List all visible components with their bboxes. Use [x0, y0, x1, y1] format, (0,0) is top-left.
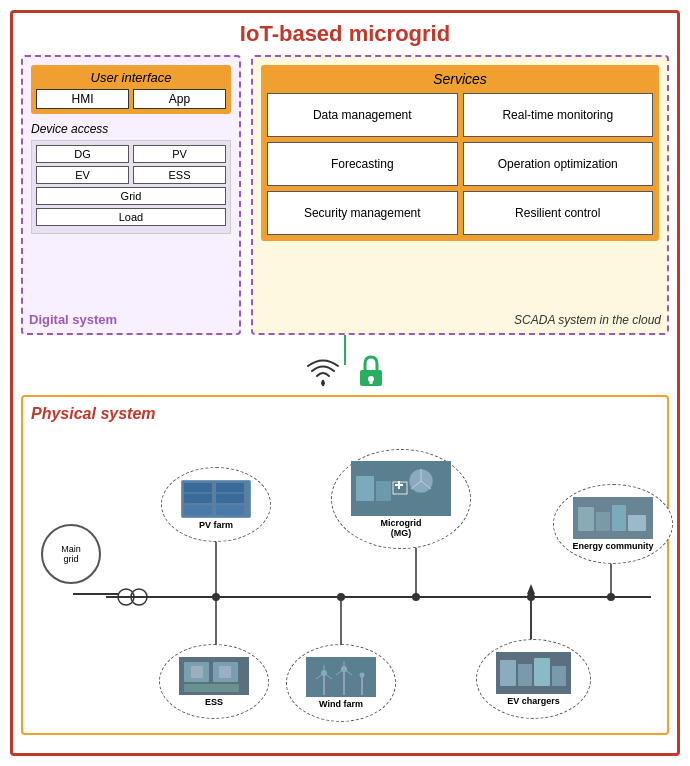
svg-point-19: [607, 593, 615, 601]
microgrid-label: Microgrid(MG): [380, 518, 421, 538]
device-grid: Grid: [36, 187, 226, 205]
user-interface-box: User interface HMI App: [31, 65, 231, 114]
scada-box: Services Data management Real-time monit…: [251, 55, 669, 335]
svg-rect-66: [534, 658, 550, 686]
svg-rect-50: [306, 657, 376, 697]
top-section: User interface HMI App Device access DG …: [21, 55, 669, 335]
main-grid-node: Maingrid: [41, 524, 101, 584]
ev-chargers-node: EV chargers: [476, 639, 591, 719]
energy-community-node: Energy community: [553, 484, 673, 564]
service-security-management: Security management: [267, 191, 458, 235]
ev-chargers-label: EV chargers: [507, 696, 560, 706]
service-data-management: Data management: [267, 93, 458, 137]
wifi-icon: [305, 357, 341, 394]
microgrid-node: Microgrid(MG): [331, 449, 471, 549]
svg-marker-21: [527, 584, 535, 594]
svg-point-62: [360, 673, 365, 678]
svg-rect-26: [216, 505, 244, 515]
svg-rect-67: [552, 666, 566, 686]
ess-label: ESS: [205, 697, 223, 707]
svg-point-0: [321, 381, 325, 385]
svg-point-11: [412, 593, 420, 601]
wind-farm-node: Wind farm: [286, 644, 396, 722]
pv-farm-label: PV farm: [199, 520, 233, 530]
energy-community-label: Energy community: [572, 541, 653, 551]
ess-node: ESS: [159, 644, 269, 719]
main-grid-label: Maingrid: [61, 544, 81, 564]
energy-community-image: [573, 497, 653, 539]
device-ev: EV: [36, 166, 129, 184]
svg-rect-31: [376, 481, 391, 501]
services-label: Services: [267, 71, 653, 87]
svg-rect-3: [369, 379, 372, 384]
physical-diagram: Maingrid PV farm: [31, 429, 659, 719]
connection-area: [21, 335, 669, 395]
svg-rect-42: [612, 505, 626, 531]
svg-rect-25: [184, 505, 212, 515]
services-grid: Data management Real-time monitoring For…: [267, 93, 653, 235]
pv-farm-image: [181, 480, 251, 518]
device-dg: DG: [36, 145, 129, 163]
service-resilient-control: Resilient control: [463, 191, 654, 235]
device-access-box: DG PV EV ESS Grid Load: [31, 140, 231, 234]
device-row-2: EV ESS: [36, 166, 226, 184]
svg-rect-48: [191, 666, 203, 678]
user-interface-label: User interface: [36, 70, 226, 85]
service-realtime-monitoring: Real-time monitoring: [463, 93, 654, 137]
svg-point-15: [337, 593, 345, 601]
svg-point-5: [118, 589, 134, 605]
digital-system-label: Digital system: [29, 312, 117, 327]
vertical-connector: [344, 335, 346, 365]
physical-system-label: Physical system: [31, 405, 659, 423]
svg-point-9: [212, 593, 220, 601]
main-title: IoT-based microgrid: [21, 21, 669, 47]
physical-system-box: Physical system: [21, 395, 669, 735]
device-row-1: DG PV: [36, 145, 226, 163]
wind-farm-image: [306, 657, 376, 697]
device-access-label: Device access: [31, 122, 231, 136]
lock-icon: [356, 354, 386, 397]
svg-point-6: [131, 589, 147, 605]
svg-rect-41: [596, 512, 610, 531]
svg-rect-30: [356, 476, 374, 501]
app-button[interactable]: App: [133, 89, 226, 109]
device-pv: PV: [133, 145, 226, 163]
hmi-button[interactable]: HMI: [36, 89, 129, 109]
svg-point-17: [527, 593, 535, 601]
device-ess: ESS: [133, 166, 226, 184]
svg-rect-65: [518, 664, 532, 686]
microgrid-image: [351, 461, 451, 516]
service-operation-optimization: Operation optimization: [463, 142, 654, 186]
svg-rect-43: [628, 515, 646, 531]
scada-label: SCADA system in the cloud: [514, 313, 661, 327]
device-load: Load: [36, 208, 226, 226]
svg-rect-40: [578, 507, 594, 531]
digital-system-box: User interface HMI App Device access DG …: [21, 55, 241, 335]
ess-image: [179, 657, 249, 695]
wind-farm-label: Wind farm: [319, 699, 363, 709]
service-forecasting: Forecasting: [267, 142, 458, 186]
hmi-app-row: HMI App: [36, 89, 226, 109]
ev-chargers-image: [496, 652, 571, 694]
pv-farm-node: PV farm: [161, 467, 271, 542]
svg-rect-64: [500, 660, 516, 686]
svg-rect-47: [184, 684, 239, 692]
svg-rect-49: [219, 666, 231, 678]
outer-container: IoT-based microgrid User interface HMI A…: [10, 10, 680, 756]
services-background: Services Data management Real-time monit…: [261, 65, 659, 241]
